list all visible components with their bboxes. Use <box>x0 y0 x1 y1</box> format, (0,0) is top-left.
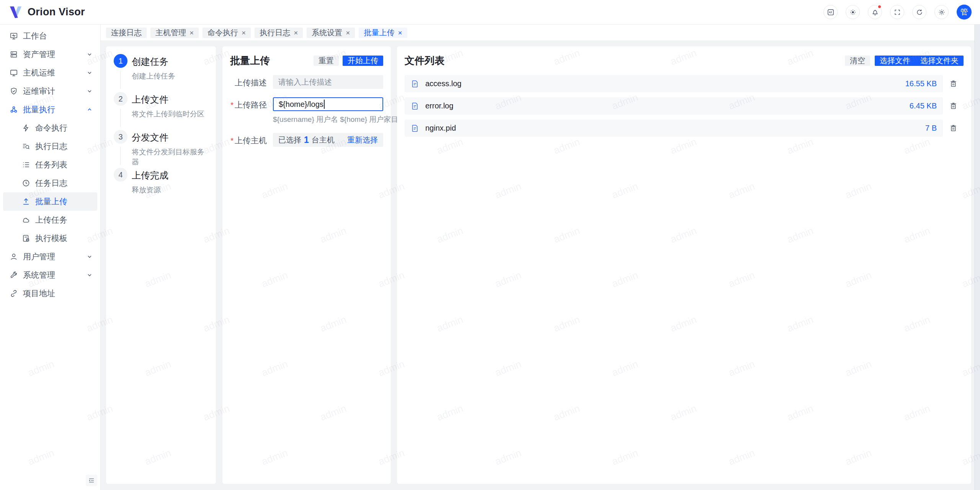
delete-file-button[interactable] <box>943 102 964 110</box>
required-mark: * <box>230 101 234 109</box>
chevron-down-icon <box>87 254 93 260</box>
api-code-button[interactable] <box>823 5 838 19</box>
file-name: error.log <box>425 102 453 110</box>
upload-desc-input[interactable] <box>273 75 383 89</box>
tab-command-exec[interactable]: 命令执行 × <box>203 28 251 38</box>
sidebar-item-task-log[interactable]: 任务日志 <box>3 174 97 192</box>
host-selected-suffix: 台主机 <box>312 135 335 145</box>
upload-desc-row: 上传描述 <box>230 75 383 89</box>
refresh-icon <box>916 8 923 16</box>
sidebar-item-command-exec[interactable]: 命令执行 <box>3 119 97 137</box>
upload-host-row: *上传主机 已选择 1 台主机 重新选择 <box>230 133 383 147</box>
user-icon <box>10 252 18 261</box>
theme-button[interactable] <box>846 5 860 19</box>
settings-button[interactable] <box>934 5 949 19</box>
trash-icon <box>949 124 957 132</box>
sidebar-item-label: 资产管理 <box>23 49 55 60</box>
tab-connection-log[interactable]: 连接日志 <box>106 28 147 38</box>
shield-icon <box>10 87 18 95</box>
sidebar-item-label: 主机运维 <box>23 67 55 78</box>
tab-label: 主机管理 <box>155 28 186 38</box>
sidebar-item-exec-template[interactable]: 执行模板 <box>3 229 97 247</box>
file-pill: nginx.pid 7 B <box>405 120 943 137</box>
link-icon <box>10 289 18 298</box>
tab-exec-log[interactable]: 执行日志 × <box>255 28 303 38</box>
step-title: 上传文件 <box>132 93 204 106</box>
host-selected-prefix: 已选择 <box>278 135 301 145</box>
app-title: Orion Visor <box>28 6 85 18</box>
tab-bar: 连接日志 主机管理 × 命令执行 × 执行日志 × 系统设置 × 批量上传 × <box>101 25 980 41</box>
delete-file-button[interactable] <box>943 124 964 132</box>
host-count: 1 <box>304 135 309 145</box>
file-name: access.log <box>425 79 462 88</box>
sidebar-item-project-url[interactable]: 项目地址 <box>3 284 97 303</box>
file-name: nginx.pid <box>425 124 456 133</box>
chevron-down-icon <box>87 70 93 76</box>
tab-system-settings[interactable]: 系统设置 × <box>307 28 355 38</box>
sidebar-item-exec-log[interactable]: 执行日志 <box>3 137 97 156</box>
tab-label: 批量上传 <box>364 28 394 38</box>
sidebar-item-upload-tasks[interactable]: 上传任务 <box>3 211 97 229</box>
upload-path-help: ${username} 用户名 ${home} 用户家目录 <box>273 115 383 125</box>
sidebar-item-label: 执行模板 <box>35 233 67 244</box>
tab-close-icon[interactable]: × <box>294 29 298 36</box>
start-upload-button[interactable]: 开始上传 <box>343 56 383 66</box>
upload-path-input[interactable]: ${home}/logs <box>273 97 383 111</box>
file-row: nginx.pid 7 B <box>405 120 964 137</box>
tab-close-icon[interactable]: × <box>189 29 194 36</box>
fullscreen-button[interactable] <box>890 5 904 19</box>
sidebar-item-label: 运维审计 <box>23 86 55 97</box>
sidebar-item-audit[interactable]: 运维审计 <box>3 82 97 100</box>
notifications-button[interactable] <box>868 5 882 19</box>
sidebar-item-label: 批量执行 <box>23 104 55 115</box>
file-size: 16.55 KB <box>905 79 937 88</box>
sidebar-item-label: 系统管理 <box>23 270 55 280</box>
text-caret <box>324 100 325 109</box>
tab-close-icon[interactable]: × <box>398 29 402 36</box>
sidebar-collapse-button[interactable] <box>86 475 97 486</box>
reselect-hosts-link[interactable]: 重新选择 <box>347 135 378 145</box>
step-desc: 将文件上传到临时分区 <box>132 109 204 119</box>
step-desc: 释放资源 <box>132 185 168 195</box>
sidebar-item-host-ops[interactable]: 主机运维 <box>3 64 97 82</box>
page-scrollbar[interactable] <box>974 25 980 490</box>
sidebar-item-batch-upload[interactable]: 批量上传 <box>3 192 97 211</box>
logo-v-icon <box>8 5 23 20</box>
sidebar-item-label: 执行日志 <box>35 141 67 152</box>
sidebar-item-batch-exec[interactable]: 批量执行 <box>3 100 97 119</box>
clock-icon <box>22 179 30 187</box>
step-connector <box>120 147 121 165</box>
sidebar-item-workbench[interactable]: 工作台 <box>3 27 97 45</box>
refresh-button[interactable] <box>912 5 926 19</box>
clear-files-button[interactable]: 清空 <box>845 56 870 66</box>
step-desc: 创建上传任务 <box>132 71 175 81</box>
tab-close-icon[interactable]: × <box>346 29 350 36</box>
wrench-icon <box>10 271 18 279</box>
tab-label: 命令执行 <box>207 28 238 38</box>
tab-close-icon[interactable]: × <box>242 29 246 36</box>
trash-icon <box>949 80 957 88</box>
user-avatar[interactable]: 管 <box>957 5 972 20</box>
gear-icon <box>938 8 946 16</box>
select-file-button[interactable]: 选择文件 <box>875 56 915 66</box>
required-mark: * <box>230 136 234 145</box>
sidebar-item-user-mgmt[interactable]: 用户管理 <box>3 247 97 266</box>
step-number: 2 <box>114 92 127 106</box>
reset-button[interactable]: 重置 <box>314 56 339 66</box>
tab-host-mgmt[interactable]: 主机管理 × <box>150 28 199 38</box>
select-folder-button[interactable]: 选择文件夹 <box>915 56 964 66</box>
selected-hosts-box: 已选择 1 台主机 重新选择 <box>273 133 383 147</box>
template-icon <box>22 234 30 243</box>
sidebar-item-assets[interactable]: 资产管理 <box>3 45 97 64</box>
delete-file-button[interactable] <box>943 80 964 88</box>
file-list-title: 文件列表 <box>405 54 444 67</box>
app-logo: Orion Visor <box>8 5 85 20</box>
step-title: 创建任务 <box>132 56 175 68</box>
tab-batch-upload[interactable]: 批量上传 × <box>359 28 407 38</box>
step-connector <box>120 109 121 127</box>
sidebar-item-task-list[interactable]: 任务列表 <box>3 156 97 174</box>
orion-visor-app: Orion Visor <box>0 0 980 490</box>
sidebar-item-system-mgmt[interactable]: 系统管理 <box>3 266 97 284</box>
file-size: 7 B <box>925 124 937 133</box>
bell-icon <box>871 8 879 16</box>
